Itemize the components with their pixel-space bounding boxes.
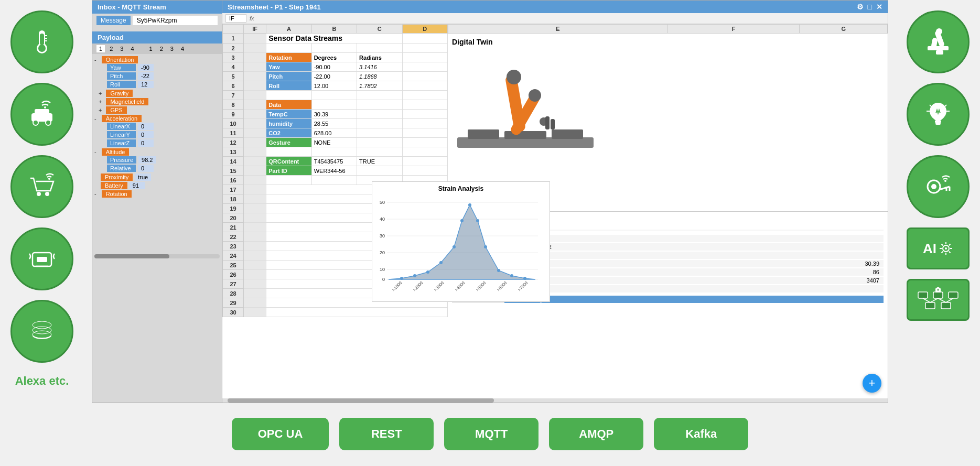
payload-tab-2[interactable]: 2: [107, 45, 115, 52]
tree-header-gps[interactable]: GPS: [106, 106, 126, 114]
linearx-value: 0: [138, 123, 154, 130]
svg-rect-61: [504, 131, 546, 139]
roll-radians: 1.7802: [357, 81, 402, 91]
inbox-message-row: Message Sy5PwKRzpm: [92, 14, 222, 27]
col-header-d: D: [402, 25, 447, 34]
kafka-button[interactable]: Kafka: [654, 418, 748, 450]
row-6: 6 Roll 12.00 1.7802: [223, 81, 448, 91]
inbox-message-value[interactable]: Sy5PwKRzpm: [133, 16, 218, 25]
rest-button[interactable]: REST: [339, 418, 434, 450]
yaw-row-label: Yaw: [266, 62, 311, 72]
ai-box[interactable]: AI: [907, 227, 970, 269]
payload-tab-3[interactable]: 3: [117, 45, 126, 52]
fab-button[interactable]: +: [863, 374, 881, 393]
tree-header-battery[interactable]: Battery: [101, 182, 127, 189]
pitch-label: Pitch: [107, 72, 136, 80]
formula-cell-ref[interactable]: IF: [225, 14, 246, 23]
payload-tab-spacer: [143, 45, 145, 52]
svg-point-41: [931, 184, 936, 189]
tree-header-rotation[interactable]: Rotation: [102, 190, 132, 198]
key-wifi-icon[interactable]: [907, 155, 970, 218]
svg-point-65: [507, 70, 521, 84]
database-icon[interactable]: [10, 300, 73, 363]
inbox-scrollbar[interactable]: [94, 254, 220, 258]
tree-leaf-lineary: LinearY 0: [107, 131, 220, 139]
svg-text:>7000: >7000: [517, 280, 529, 292]
partid-value: WER344-56: [311, 166, 357, 176]
sheet-titlebar: Streamsheet - P1 - Step 1941 ⚙ □ ✕: [222, 1, 888, 13]
qrcontent-value: T45435475: [311, 157, 357, 166]
right-sidebar: AI: [907, 10, 970, 321]
sheet-body: IF A B C D 1 Sensor Data Streams: [222, 24, 888, 399]
tree-leaf-relative: Relative 0: [107, 164, 220, 172]
svg-point-92: [510, 274, 513, 277]
degrees-col: Degrees: [311, 53, 357, 62]
car-wifi-icon[interactable]: [10, 83, 73, 146]
payload-tab-1b[interactable]: 1: [147, 45, 155, 52]
mqtt-button[interactable]: MQTT: [444, 418, 539, 450]
col-header-c: C: [357, 25, 402, 34]
lightbulb-icon[interactable]: [907, 83, 970, 146]
row-13: 13: [223, 147, 448, 157]
svg-rect-52: [941, 302, 951, 309]
robot-arm-icon[interactable]: [907, 10, 970, 73]
ai-label: AI: [923, 241, 936, 257]
temperature-value: 30.39 C: [499, 252, 884, 259]
payload-tab-4b[interactable]: 4: [178, 45, 187, 52]
scanner-icon[interactable]: [10, 227, 73, 290]
inbox-title: Inbox - MQTT Stream: [92, 1, 222, 14]
subline-value: Y -90 : P -22 : R 12: [499, 243, 884, 251]
svg-point-91: [497, 269, 500, 272]
maximize-icon[interactable]: □: [868, 3, 872, 11]
tree-section-acceleration: -Acceleration LinearX 0 LinearY 0 Linear…: [94, 115, 220, 147]
linearx-label: LinearX: [107, 123, 136, 130]
inbox-panel: Inbox - MQTT Stream Message Sy5PwKRzpm P…: [92, 1, 222, 403]
pitch-value: -22: [138, 72, 154, 80]
tree-header-gravity[interactable]: Gravity: [106, 90, 133, 97]
headline-value: Status OK: [499, 235, 884, 242]
payload-tab-1[interactable]: 1: [96, 45, 105, 52]
tree-section-gps: +GPS: [94, 106, 220, 114]
row-9: 9 TempC 30.39: [223, 110, 448, 119]
svg-text:>1000: >1000: [391, 280, 403, 292]
svg-text:>2000: >2000: [412, 280, 424, 292]
svg-text:>6000: >6000: [496, 280, 508, 292]
partid-label: Part ID: [266, 166, 311, 176]
qrcontent-extra: TRUE: [357, 157, 402, 166]
row-8: 8 Data: [223, 100, 448, 110]
lineary-label: LinearY: [107, 131, 136, 138]
col-header-row: [223, 25, 244, 34]
payload-tab-4[interactable]: 4: [128, 45, 136, 52]
col-f: F: [668, 25, 800, 34]
position-value: 3407: [499, 277, 884, 284]
tree-leaf-yaw: Yaw -90: [107, 63, 220, 72]
sheet-scrollbar-h[interactable]: [222, 398, 888, 403]
tree-header-acceleration[interactable]: Acceleration: [102, 115, 142, 122]
payload-tab-3b[interactable]: 3: [168, 45, 176, 52]
network-icon-box[interactable]: [907, 279, 970, 321]
tree-header-magneticfield[interactable]: Magneticfield: [106, 98, 148, 105]
settings-icon[interactable]: ⚙: [857, 3, 864, 11]
row-3: 3 Rotation Degrees Radians: [223, 53, 448, 62]
opc-ua-button[interactable]: OPC UA: [232, 418, 329, 450]
svg-point-88: [468, 203, 471, 207]
tempc-value: 30.39: [311, 110, 357, 119]
alexa-label: Alexa etc.: [10, 374, 73, 388]
radians-col: Radians: [357, 53, 402, 62]
tree-header-proximity[interactable]: Proximity: [101, 174, 133, 181]
svg-point-58: [938, 289, 939, 291]
payload-tab-2b[interactable]: 2: [157, 45, 166, 52]
sensor-data-title: Sensor Data Streams: [266, 34, 402, 44]
close-icon[interactable]: ✕: [876, 3, 882, 11]
tree-header-orientation[interactable]: Orientation: [102, 56, 138, 63]
tempc-label: TempC: [266, 110, 311, 119]
amqp-button[interactable]: AMQP: [549, 418, 643, 450]
tree-section-orientation: -Orientation Yaw -90 Pitch -22 Roll 12: [94, 56, 220, 89]
cart-wifi-icon[interactable]: [10, 155, 73, 218]
main-window: Inbox - MQTT Stream Message Sy5PwKRzpm P…: [92, 0, 888, 403]
tree-header-altitude[interactable]: Altitude: [102, 148, 130, 156]
roll-value: 12: [138, 81, 154, 88]
thermometer-icon[interactable]: [10, 10, 73, 73]
row-7: 7: [223, 91, 448, 100]
svg-point-12: [37, 192, 41, 196]
